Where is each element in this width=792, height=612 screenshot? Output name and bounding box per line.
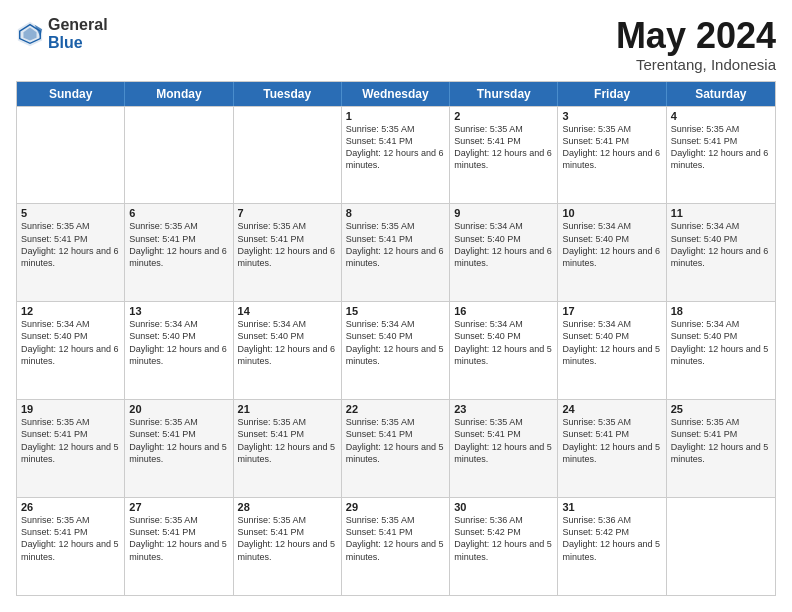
- calendar-cell: 15Sunrise: 5:34 AM Sunset: 5:40 PM Dayli…: [342, 302, 450, 399]
- day-number: 3: [562, 110, 661, 122]
- cell-info: Sunrise: 5:35 AM Sunset: 5:41 PM Dayligh…: [129, 514, 228, 563]
- cell-info: Sunrise: 5:35 AM Sunset: 5:41 PM Dayligh…: [346, 220, 445, 269]
- cell-info: Sunrise: 5:35 AM Sunset: 5:41 PM Dayligh…: [346, 514, 445, 563]
- day-number: 8: [346, 207, 445, 219]
- calendar-cell: 11Sunrise: 5:34 AM Sunset: 5:40 PM Dayli…: [667, 204, 775, 301]
- cell-info: Sunrise: 5:34 AM Sunset: 5:40 PM Dayligh…: [562, 220, 661, 269]
- calendar-cell: 17Sunrise: 5:34 AM Sunset: 5:40 PM Dayli…: [558, 302, 666, 399]
- calendar-cell: 20Sunrise: 5:35 AM Sunset: 5:41 PM Dayli…: [125, 400, 233, 497]
- cell-info: Sunrise: 5:35 AM Sunset: 5:41 PM Dayligh…: [454, 123, 553, 172]
- cell-info: Sunrise: 5:35 AM Sunset: 5:41 PM Dayligh…: [238, 220, 337, 269]
- calendar-cell: 31Sunrise: 5:36 AM Sunset: 5:42 PM Dayli…: [558, 498, 666, 595]
- weekday-header: Sunday: [17, 82, 125, 106]
- day-number: 24: [562, 403, 661, 415]
- cell-info: Sunrise: 5:35 AM Sunset: 5:41 PM Dayligh…: [562, 123, 661, 172]
- calendar-row: 1Sunrise: 5:35 AM Sunset: 5:41 PM Daylig…: [17, 106, 775, 204]
- calendar-cell: 4Sunrise: 5:35 AM Sunset: 5:41 PM Daylig…: [667, 107, 775, 204]
- calendar-cell: 25Sunrise: 5:35 AM Sunset: 5:41 PM Dayli…: [667, 400, 775, 497]
- cell-info: Sunrise: 5:34 AM Sunset: 5:40 PM Dayligh…: [671, 220, 771, 269]
- day-number: 25: [671, 403, 771, 415]
- day-number: 21: [238, 403, 337, 415]
- cell-info: Sunrise: 5:34 AM Sunset: 5:40 PM Dayligh…: [454, 318, 553, 367]
- day-number: 13: [129, 305, 228, 317]
- calendar-cell: 3Sunrise: 5:35 AM Sunset: 5:41 PM Daylig…: [558, 107, 666, 204]
- day-number: 28: [238, 501, 337, 513]
- cell-info: Sunrise: 5:35 AM Sunset: 5:41 PM Dayligh…: [562, 416, 661, 465]
- weekday-header: Saturday: [667, 82, 775, 106]
- cell-info: Sunrise: 5:34 AM Sunset: 5:40 PM Dayligh…: [562, 318, 661, 367]
- weekday-header: Wednesday: [342, 82, 450, 106]
- month-title: May 2024: [616, 16, 776, 56]
- cell-info: Sunrise: 5:35 AM Sunset: 5:41 PM Dayligh…: [346, 123, 445, 172]
- weekday-header: Friday: [558, 82, 666, 106]
- calendar-cell: 26Sunrise: 5:35 AM Sunset: 5:41 PM Dayli…: [17, 498, 125, 595]
- day-number: 31: [562, 501, 661, 513]
- logo: General Blue: [16, 16, 108, 51]
- day-number: 6: [129, 207, 228, 219]
- day-number: 26: [21, 501, 120, 513]
- calendar-cell: 21Sunrise: 5:35 AM Sunset: 5:41 PM Dayli…: [234, 400, 342, 497]
- day-number: 7: [238, 207, 337, 219]
- day-number: 10: [562, 207, 661, 219]
- calendar-cell: 10Sunrise: 5:34 AM Sunset: 5:40 PM Dayli…: [558, 204, 666, 301]
- calendar-cell: 16Sunrise: 5:34 AM Sunset: 5:40 PM Dayli…: [450, 302, 558, 399]
- calendar-cell: 12Sunrise: 5:34 AM Sunset: 5:40 PM Dayli…: [17, 302, 125, 399]
- day-number: 22: [346, 403, 445, 415]
- calendar-cell: 9Sunrise: 5:34 AM Sunset: 5:40 PM Daylig…: [450, 204, 558, 301]
- calendar-cell: [17, 107, 125, 204]
- day-number: 1: [346, 110, 445, 122]
- day-number: 18: [671, 305, 771, 317]
- calendar-cell: 22Sunrise: 5:35 AM Sunset: 5:41 PM Dayli…: [342, 400, 450, 497]
- page-header: General Blue May 2024 Terentang, Indones…: [16, 16, 776, 73]
- calendar: SundayMondayTuesdayWednesdayThursdayFrid…: [16, 81, 776, 596]
- calendar-cell: 6Sunrise: 5:35 AM Sunset: 5:41 PM Daylig…: [125, 204, 233, 301]
- calendar-cell: 7Sunrise: 5:35 AM Sunset: 5:41 PM Daylig…: [234, 204, 342, 301]
- calendar-cell: [234, 107, 342, 204]
- day-number: 16: [454, 305, 553, 317]
- day-number: 23: [454, 403, 553, 415]
- cell-info: Sunrise: 5:35 AM Sunset: 5:41 PM Dayligh…: [671, 123, 771, 172]
- calendar-cell: 28Sunrise: 5:35 AM Sunset: 5:41 PM Dayli…: [234, 498, 342, 595]
- day-number: 15: [346, 305, 445, 317]
- calendar-cell: 18Sunrise: 5:34 AM Sunset: 5:40 PM Dayli…: [667, 302, 775, 399]
- cell-info: Sunrise: 5:34 AM Sunset: 5:40 PM Dayligh…: [21, 318, 120, 367]
- day-number: 27: [129, 501, 228, 513]
- cell-info: Sunrise: 5:36 AM Sunset: 5:42 PM Dayligh…: [562, 514, 661, 563]
- cell-info: Sunrise: 5:36 AM Sunset: 5:42 PM Dayligh…: [454, 514, 553, 563]
- day-number: 30: [454, 501, 553, 513]
- logo-general: General: [48, 16, 108, 34]
- cell-info: Sunrise: 5:35 AM Sunset: 5:41 PM Dayligh…: [671, 416, 771, 465]
- calendar-cell: 5Sunrise: 5:35 AM Sunset: 5:41 PM Daylig…: [17, 204, 125, 301]
- weekday-header: Tuesday: [234, 82, 342, 106]
- calendar-cell: [125, 107, 233, 204]
- cell-info: Sunrise: 5:34 AM Sunset: 5:40 PM Dayligh…: [346, 318, 445, 367]
- cell-info: Sunrise: 5:34 AM Sunset: 5:40 PM Dayligh…: [129, 318, 228, 367]
- cell-info: Sunrise: 5:35 AM Sunset: 5:41 PM Dayligh…: [346, 416, 445, 465]
- weekday-header: Thursday: [450, 82, 558, 106]
- cell-info: Sunrise: 5:35 AM Sunset: 5:41 PM Dayligh…: [238, 514, 337, 563]
- cell-info: Sunrise: 5:35 AM Sunset: 5:41 PM Dayligh…: [129, 220, 228, 269]
- calendar-row: 5Sunrise: 5:35 AM Sunset: 5:41 PM Daylig…: [17, 203, 775, 301]
- day-number: 2: [454, 110, 553, 122]
- day-number: 17: [562, 305, 661, 317]
- cell-info: Sunrise: 5:35 AM Sunset: 5:41 PM Dayligh…: [238, 416, 337, 465]
- day-number: 14: [238, 305, 337, 317]
- day-number: 20: [129, 403, 228, 415]
- weekday-header: Monday: [125, 82, 233, 106]
- cell-info: Sunrise: 5:35 AM Sunset: 5:41 PM Dayligh…: [21, 416, 120, 465]
- calendar-row: 19Sunrise: 5:35 AM Sunset: 5:41 PM Dayli…: [17, 399, 775, 497]
- cell-info: Sunrise: 5:34 AM Sunset: 5:40 PM Dayligh…: [454, 220, 553, 269]
- calendar-body: 1Sunrise: 5:35 AM Sunset: 5:41 PM Daylig…: [17, 106, 775, 595]
- logo-icon: [16, 20, 44, 48]
- day-number: 9: [454, 207, 553, 219]
- day-number: 19: [21, 403, 120, 415]
- day-number: 5: [21, 207, 120, 219]
- calendar-cell: 13Sunrise: 5:34 AM Sunset: 5:40 PM Dayli…: [125, 302, 233, 399]
- calendar-cell: [667, 498, 775, 595]
- calendar-cell: 24Sunrise: 5:35 AM Sunset: 5:41 PM Dayli…: [558, 400, 666, 497]
- day-number: 29: [346, 501, 445, 513]
- day-number: 11: [671, 207, 771, 219]
- calendar-row: 12Sunrise: 5:34 AM Sunset: 5:40 PM Dayli…: [17, 301, 775, 399]
- calendar-cell: 29Sunrise: 5:35 AM Sunset: 5:41 PM Dayli…: [342, 498, 450, 595]
- calendar-cell: 2Sunrise: 5:35 AM Sunset: 5:41 PM Daylig…: [450, 107, 558, 204]
